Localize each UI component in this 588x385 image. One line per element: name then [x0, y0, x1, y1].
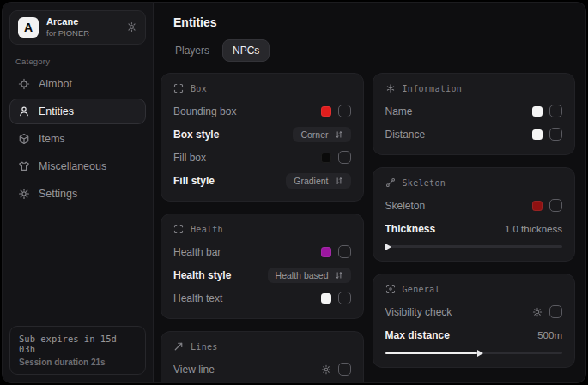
- setting-row: Name: [385, 101, 563, 121]
- target-icon: [385, 284, 396, 294]
- setting-row: Health style Health based: [173, 265, 351, 285]
- color-swatch[interactable]: [321, 247, 331, 257]
- gear-icon[interactable]: [321, 364, 331, 375]
- category-label: Category: [15, 57, 146, 66]
- setting-label: Health text: [173, 292, 222, 304]
- bone-icon: [385, 177, 396, 188]
- checkbox[interactable]: [549, 105, 562, 117]
- person-icon: [18, 105, 30, 117]
- sidebar-item-label: Miscellaneous: [39, 160, 106, 172]
- sidebar-item-items[interactable]: Items: [9, 126, 146, 152]
- health-style-select[interactable]: Health based: [268, 268, 351, 283]
- card-information: Information Name Distance: [373, 73, 576, 155]
- setting-row: Max distance 500m: [385, 325, 563, 345]
- setting-row: Visibility check: [385, 302, 563, 322]
- slider-handle[interactable]: [385, 244, 391, 250]
- setting-row: View line: [173, 359, 351, 379]
- gear-icon: [18, 188, 30, 200]
- swap-vertical-icon: [335, 130, 343, 139]
- checkbox[interactable]: [549, 199, 562, 212]
- checkbox[interactable]: [549, 305, 562, 318]
- setting-row: Thickness 1.0 thickness: [385, 219, 563, 238]
- slider-track: [385, 245, 563, 248]
- sidebar-item-label: Entities: [39, 105, 74, 117]
- max-distance-slider[interactable]: [385, 348, 563, 357]
- setting-label: Bounding box: [173, 105, 236, 117]
- tab-players[interactable]: Players: [166, 40, 219, 61]
- checkbox[interactable]: [338, 105, 351, 117]
- slider-fill: [385, 352, 477, 355]
- setting-label: Fill style: [173, 175, 215, 187]
- setting-label: Thickness: [385, 223, 436, 235]
- setting-label: Fill box: [173, 152, 206, 164]
- corner-brackets-icon: [173, 224, 184, 234]
- sidebar-item-miscellaneous[interactable]: Miscellaneous: [9, 153, 146, 179]
- card-title: Information: [403, 84, 463, 93]
- checkbox[interactable]: [338, 363, 351, 376]
- gear-icon[interactable]: [532, 307, 543, 317]
- entity-tabs: Players NPCs: [166, 39, 575, 62]
- session-duration-text: Session duration 21s: [19, 358, 136, 367]
- max-distance-value: 500m: [537, 330, 562, 340]
- color-swatch[interactable]: [532, 129, 543, 140]
- package-icon: [18, 133, 30, 145]
- app-window: A Arcane for PIONER Category Aimbot: [2, 2, 586, 383]
- checkbox[interactable]: [338, 292, 351, 304]
- sidebar-item-label: Settings: [39, 188, 77, 200]
- setting-label: Name: [385, 105, 413, 117]
- card-title: Skeleton: [403, 178, 446, 188]
- setting-label: View line: [173, 364, 215, 376]
- shirt-icon: [18, 160, 30, 172]
- sidebar-item-settings[interactable]: Settings: [9, 181, 146, 207]
- select-value: Health based: [276, 270, 329, 280]
- swap-vertical-icon: [335, 271, 343, 280]
- setting-label: Max distance: [385, 329, 450, 341]
- setting-row: Fill style Gradient: [173, 171, 351, 190]
- swap-vertical-icon: [335, 177, 343, 185]
- sidebar-item-label: Aimbot: [39, 78, 72, 90]
- setting-label: Health style: [173, 269, 231, 281]
- sidebar-item-entities[interactable]: Entities: [9, 99, 146, 124]
- sidebar-item-aimbot[interactable]: Aimbot: [9, 71, 146, 97]
- setting-label: Box style: [173, 129, 219, 141]
- setting-row: Bounding box: [173, 101, 351, 121]
- color-swatch[interactable]: [321, 153, 331, 163]
- setting-row: Skeleton: [385, 196, 563, 215]
- setting-row: Fill box: [173, 147, 351, 167]
- page-title: Entities: [173, 15, 575, 29]
- setting-label: Distance: [385, 129, 426, 141]
- checkbox[interactable]: [338, 151, 351, 164]
- select-value: Corner: [300, 129, 328, 140]
- corner-brackets-icon: [173, 83, 184, 93]
- app-subtitle: for PIONER: [46, 28, 118, 39]
- gear-icon[interactable]: [126, 21, 137, 33]
- thickness-value: 1.0 thickness: [505, 224, 562, 234]
- setting-row: Health bar: [173, 242, 351, 262]
- checkbox[interactable]: [338, 245, 351, 258]
- fill-style-select[interactable]: Gradient: [286, 173, 350, 189]
- sub-expiry-text: Sub expires in 15d 03h: [19, 334, 136, 354]
- checkbox[interactable]: [549, 128, 562, 141]
- crosshair-icon: [18, 78, 30, 90]
- card-title: Box: [191, 84, 207, 93]
- setting-row: Box style Corner: [173, 124, 351, 144]
- thickness-slider[interactable]: [385, 242, 563, 250]
- box-style-select[interactable]: Corner: [293, 127, 350, 142]
- slider-handle[interactable]: [477, 350, 483, 357]
- setting-label: Skeleton: [385, 200, 426, 212]
- setting-label: Visibility check: [385, 306, 452, 318]
- setting-row: Distance: [385, 124, 563, 144]
- color-swatch[interactable]: [532, 106, 543, 117]
- arrow-up-right-icon: [173, 341, 184, 352]
- color-swatch[interactable]: [321, 293, 331, 304]
- main-panel: Entities Players NPCs Box: [154, 3, 585, 382]
- card-title: Health: [191, 225, 223, 234]
- app-title: Arcane: [46, 16, 118, 28]
- card-skeleton: Skeleton Skeleton Thickness 1.0 thicknes…: [373, 167, 576, 262]
- color-swatch[interactable]: [321, 106, 331, 117]
- card-lines: Lines View line: [161, 331, 364, 382]
- tab-npcs[interactable]: NPCs: [222, 39, 270, 62]
- card-title: General: [403, 285, 440, 294]
- color-swatch[interactable]: [532, 201, 543, 211]
- setting-row: Health text: [173, 288, 351, 308]
